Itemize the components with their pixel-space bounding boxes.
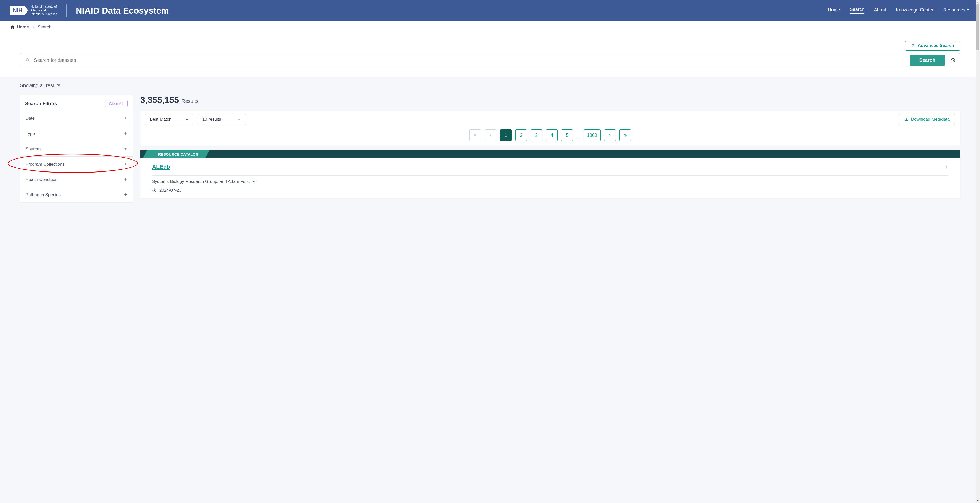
filter-type[interactable]: Type + (20, 126, 133, 141)
svg-line-1 (914, 46, 915, 47)
clear-all-button[interactable]: Clear All (105, 100, 127, 107)
filter-label: Type (25, 131, 35, 136)
clock-icon (152, 188, 157, 193)
search-input[interactable] (34, 57, 904, 63)
nih-chevron-icon (24, 6, 28, 15)
filter-program-collections[interactable]: Program Collections + (20, 156, 133, 172)
history-icon (951, 58, 956, 63)
advanced-search-button[interactable]: Advanced Search (905, 41, 960, 51)
advanced-search-label: Advanced Search (918, 43, 954, 48)
search-button[interactable]: Search (910, 55, 945, 65)
nav-about[interactable]: About (874, 7, 886, 14)
filter-health-condition[interactable]: Health Condition + (20, 172, 133, 187)
nih-abbrev: NIH (13, 7, 22, 14)
filters-title: Search Filters (25, 101, 57, 107)
search-bar: Search (20, 53, 960, 67)
breadcrumb: Home Search (0, 21, 980, 33)
results-label: Results (181, 98, 199, 104)
plus-icon: + (124, 131, 127, 137)
download-label: Download Metadata (911, 117, 950, 122)
page-4-button[interactable]: 4 (546, 129, 558, 141)
nav-resources-label: Resources (943, 7, 965, 13)
scrollbar-thumb[interactable] (977, 4, 980, 50)
result-authors-row[interactable]: Systems Biology Research Group, and Adam… (152, 179, 948, 184)
sort-value: Best Match (150, 117, 172, 122)
plus-icon: + (124, 146, 127, 152)
search-icon (911, 44, 915, 48)
page-5-button[interactable]: 5 (561, 129, 573, 141)
controls-card: Best Match 10 results (140, 110, 960, 146)
logo-block: NIH National Institute of Allergy and In… (10, 4, 169, 17)
per-page-select[interactable]: 10 results (197, 114, 246, 125)
per-page-value: 10 results (202, 117, 221, 122)
plus-icon: + (124, 161, 127, 167)
app-title: NIAID Data Ecosystem (76, 6, 169, 16)
page-ellipsis: ... (576, 135, 580, 141)
breadcrumb-home-label: Home (17, 24, 29, 30)
search-icon (25, 58, 30, 63)
result-date: 2024-07-23 (159, 188, 181, 193)
svg-point-0 (912, 45, 914, 46)
app-header: NIH National Institute of Allergy and In… (0, 0, 980, 21)
chevron-right-icon[interactable] (944, 165, 948, 169)
page-3-button[interactable]: 3 (531, 129, 542, 141)
showing-text: Showing all results (20, 83, 960, 88)
chevron-down-icon (252, 180, 256, 183)
svg-point-2 (26, 59, 29, 61)
page-2-button[interactable]: 2 (515, 129, 527, 141)
page-1-button[interactable]: 1 (500, 129, 512, 141)
result-authors: Systems Biology Research Group, and Adam… (152, 179, 250, 184)
nav-resources[interactable]: Resources (943, 7, 970, 14)
page-last-button[interactable] (619, 129, 631, 141)
catalog-banner: RESOURCE CATALOG (140, 150, 960, 159)
nav-knowledge-center[interactable]: Knowledge Center (896, 7, 934, 14)
download-icon (904, 118, 908, 121)
plus-icon: + (124, 115, 127, 121)
page-next-button[interactable] (604, 129, 616, 141)
page-last-number-button[interactable]: 1000 (584, 129, 600, 141)
nav-search[interactable]: Search (850, 7, 864, 14)
page-prev-button[interactable] (485, 129, 496, 141)
filter-label: Health Condition (25, 177, 58, 182)
page-first-button[interactable] (469, 129, 481, 141)
chevron-down-icon (185, 118, 189, 121)
breadcrumb-current: Search (38, 24, 51, 30)
home-icon (10, 25, 15, 29)
result-title-link[interactable]: ALEdb (152, 164, 170, 170)
filter-date[interactable]: Date + (20, 110, 133, 126)
filter-label: Date (25, 116, 35, 121)
svg-line-3 (29, 61, 30, 62)
chevron-down-icon (238, 118, 241, 121)
chevron-right-icon (32, 24, 35, 30)
filters-panel: Search Filters Clear All Date + Type + S… (20, 95, 133, 202)
results-count: 3,355,155 (140, 95, 179, 105)
download-metadata-button[interactable]: Download Metadata (899, 114, 956, 125)
filter-label: Pathogen Species (25, 193, 61, 197)
results-panel: 3,355,155 Results Best Match 10 results (140, 95, 960, 198)
plus-icon: + (124, 177, 127, 183)
scrollbar[interactable]: ▲ ▼ (976, 0, 980, 209)
catalog-tab: RESOURCE CATALOG (147, 150, 205, 159)
breadcrumb-home[interactable]: Home (10, 24, 29, 30)
header-divider (66, 4, 67, 17)
caret-down-icon (967, 8, 970, 11)
filter-label: Sources (25, 146, 41, 151)
pagination: 1 2 3 4 5 ... 1000 (145, 129, 956, 141)
filter-pathogen-species[interactable]: Pathogen Species + (20, 187, 133, 202)
content-area: Showing all results Search Filters Clear… (0, 76, 980, 209)
sort-select[interactable]: Best Match (145, 114, 193, 125)
top-nav: Home Search About Knowledge Center Resou… (828, 7, 970, 14)
scroll-up-icon[interactable]: ▲ (976, 0, 980, 4)
nav-home[interactable]: Home (828, 7, 840, 14)
nih-org-text: National Institute of Allergy and Infect… (30, 5, 57, 16)
search-area: Advanced Search Search (0, 33, 980, 76)
result-date-row: 2024-07-23 (152, 188, 948, 193)
filter-sources[interactable]: Sources + (20, 141, 133, 156)
search-history-button[interactable] (946, 53, 960, 67)
nih-logo[interactable]: NIH National Institute of Allergy and In… (10, 5, 57, 16)
filter-label: Program Collections (25, 162, 65, 167)
result-card: RESOURCE CATALOG ALEdb Systems Biology R… (140, 150, 960, 198)
plus-icon: + (124, 192, 127, 198)
results-header: 3,355,155 Results (140, 95, 960, 107)
